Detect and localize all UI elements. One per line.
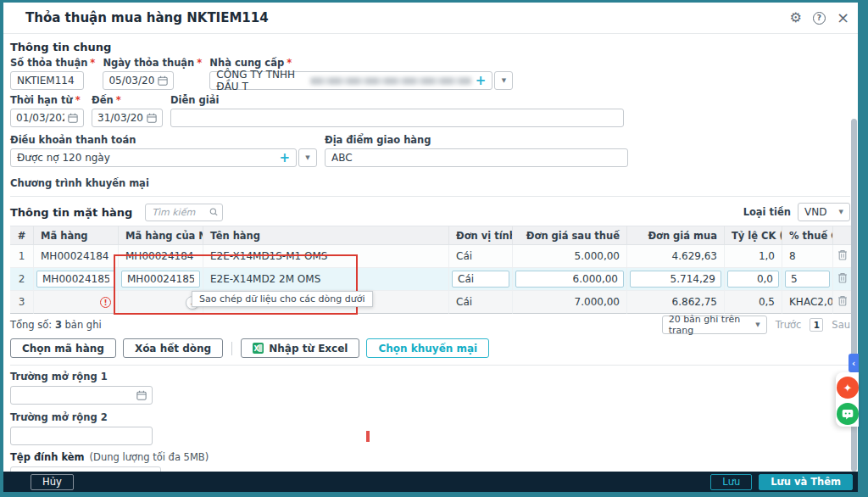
agreement-number-input[interactable] [10, 71, 84, 90]
calendar-icon[interactable] [68, 113, 78, 123]
cell-don-gia-mua[interactable]: 6.862,75 [627, 291, 725, 314]
col-ma-hang[interactable]: Mã hàng [34, 226, 119, 245]
payment-terms-field: Điều khoản thanh toán Được nợ 120 ngày +… [10, 135, 317, 167]
cell-ten-hang[interactable]: E2E-X14MD1S-M1 OMS [203, 245, 449, 268]
don-gia-sau-thue-input[interactable] [515, 271, 624, 288]
supplier-field: Nhà cung cấp* CÔNG TY TNHH ĐẦU T + ▼ [209, 58, 513, 90]
valid-from-value[interactable] [16, 112, 64, 124]
cell-ten-hang[interactable]: E2E-X14MD2 2M OMS [203, 268, 449, 291]
agreement-date-value[interactable] [108, 75, 154, 87]
required-asterisk: * [116, 94, 121, 106]
prev-page-button[interactable]: Trước [776, 319, 802, 331]
col-stt[interactable]: # [10, 226, 34, 245]
valid-to-value[interactable] [97, 112, 143, 124]
next-page-button[interactable]: Sau [832, 319, 850, 331]
current-page[interactable]: 1 [810, 318, 823, 332]
collapse-panel-tab[interactable]: ‹ [849, 354, 859, 372]
col-ty-le-ck[interactable]: Tỷ lệ CK (%) [725, 226, 782, 245]
don-gia-mua-input[interactable] [630, 271, 721, 288]
cell-stt[interactable]: 3 [10, 291, 34, 314]
cell-don-vi-tinh[interactable]: Cái [449, 245, 513, 268]
supplier-dropdown-button[interactable]: ▼ [494, 71, 513, 90]
search-input[interactable] [152, 207, 209, 218]
cell-don-vi-tinh[interactable]: Cái [449, 291, 513, 314]
cancel-button[interactable]: Hủy [31, 474, 74, 490]
calendar-icon[interactable] [136, 390, 147, 400]
payment-terms-input[interactable]: Được nợ 120 ngày + [10, 148, 297, 167]
cell-don-gia-sau-thue[interactable]: 7.000,00 [513, 291, 627, 314]
thue-gtgt-input[interactable] [785, 271, 830, 288]
col-don-gia-sau-thue[interactable]: Đơn giá sau thuế [513, 226, 627, 245]
cell-don-gia-sau-thue[interactable]: 5.000,00 [513, 245, 627, 268]
cell-don-gia-mua [627, 268, 725, 291]
cell-ma-hang[interactable]: ! [34, 291, 119, 314]
help-icon[interactable]: ? [813, 12, 826, 25]
select-promotion-button[interactable]: Chọn khuyến mại [366, 338, 489, 358]
settings-icon[interactable]: ⚙ [790, 11, 802, 25]
copy-down-tooltip: Sao chép dữ liệu cho các dòng dưới [192, 291, 373, 307]
col-ma-hang-ncc[interactable]: Mã hàng của NCC [119, 226, 203, 245]
add-supplier-icon[interactable]: + [476, 73, 487, 89]
table-row-1: 1 MH00024184 MH00024184 E2E-X14MD1S-M1 O… [10, 245, 852, 268]
footer-bar: Hủy Lưu Lưu và Thêm [3, 472, 858, 492]
col-don-vi-tinh[interactable]: Đơn vị tính [449, 226, 513, 245]
chat-support-button[interactable] [837, 403, 859, 425]
ai-assistant-button[interactable]: ✦ [837, 377, 859, 399]
extended-field-1-input[interactable] [10, 386, 153, 405]
save-button[interactable]: Lưu [710, 474, 752, 490]
extended-field-2-input[interactable] [10, 427, 153, 445]
delete-row-icon[interactable] [837, 272, 848, 283]
search-icon[interactable] [209, 207, 218, 217]
cell-stt[interactable]: 2 [10, 268, 34, 291]
required-asterisk: * [197, 57, 202, 69]
required-asterisk: * [287, 57, 292, 69]
page-size-select[interactable]: 20 bản ghi trên trang ▼ [662, 316, 767, 334]
cell-thue-gtgt[interactable]: 8 [782, 245, 833, 268]
delete-row-icon[interactable] [837, 295, 848, 306]
extended-field-1-value[interactable] [16, 389, 133, 401]
ty-le-ck-input[interactable] [727, 271, 779, 288]
calendar-icon[interactable] [158, 75, 168, 86]
save-and-add-button[interactable]: Lưu và Thêm [759, 474, 853, 490]
col-don-gia-mua[interactable]: Đơn giá mua [627, 226, 725, 245]
calendar-icon[interactable] [147, 113, 157, 123]
select-items-button[interactable]: Chọn mã hàng [10, 338, 116, 358]
cell-thue-gtgt[interactable]: KHAC2,00 [782, 291, 833, 314]
valid-from-input[interactable] [10, 109, 84, 127]
close-icon[interactable]: × [837, 11, 849, 25]
delete-row-icon[interactable] [837, 249, 848, 260]
description-input[interactable] [170, 109, 624, 127]
items-table: # Mã hàng Mã hàng của NCC Tên hàng Đơn v… [10, 226, 852, 314]
delivery-location-label: Địa điểm giao hàng [325, 135, 628, 146]
cell-ty-le-ck[interactable]: 0,5 [725, 291, 782, 314]
cell-ty-le-ck[interactable]: 1,0 [725, 245, 782, 268]
don-vi-tinh-input[interactable] [452, 271, 509, 288]
valid-to-input[interactable] [92, 109, 163, 127]
delivery-location-input[interactable] [325, 148, 628, 167]
cell-ma-hang[interactable]: MH00024184 [34, 245, 119, 268]
cell-ma-hang-ncc[interactable]: MH00024184 [119, 245, 203, 268]
col-thue-gtgt[interactable]: % thuế GTGT [782, 226, 833, 245]
cell-don-gia-mua[interactable]: 4.629,63 [627, 245, 725, 268]
cell-stt[interactable]: 1 [10, 245, 34, 268]
currency-select[interactable]: VND ▼ [798, 203, 850, 221]
chevron-left-icon: ‹ [852, 359, 855, 368]
agreement-date-input[interactable] [103, 71, 174, 90]
total-records: Tổng số: 3 bản ghi [10, 319, 102, 331]
cell-ma-hang [34, 268, 119, 291]
items-search[interactable] [145, 204, 223, 221]
ma-hang-ncc-input[interactable] [121, 271, 200, 288]
add-payment-terms-icon[interactable]: + [279, 150, 290, 166]
currency-label: Loại tiền [743, 206, 791, 218]
import-excel-button[interactable]: XNhập từ Excel [241, 338, 359, 358]
payment-terms-dropdown-button[interactable]: ▼ [298, 148, 317, 167]
cell-thue-gtgt [782, 268, 833, 291]
cell-ma-hang-ncc[interactable]: ⌄ [119, 291, 203, 314]
col-ten-hang[interactable]: Tên hàng [203, 226, 449, 245]
supplier-input[interactable]: CÔNG TY TNHH ĐẦU T + [209, 71, 492, 90]
general-row-3: Điều khoản thanh toán Được nợ 120 ngày +… [10, 135, 850, 167]
payment-terms-label: Điều khoản thanh toán [10, 135, 317, 146]
grid-footer: Tổng số: 3 bản ghi 20 bản ghi trên trang… [10, 316, 850, 334]
ma-hang-input[interactable] [36, 271, 115, 288]
clear-rows-button[interactable]: Xóa hết dòng [123, 338, 223, 358]
